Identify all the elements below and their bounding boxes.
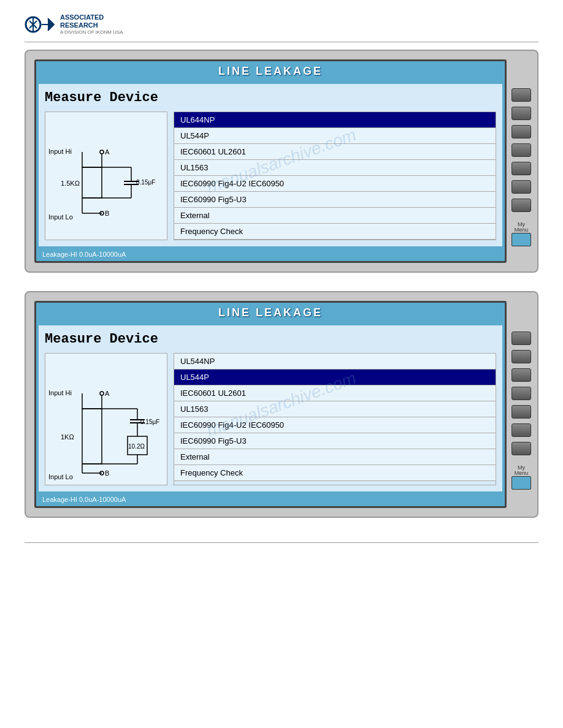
brand-name2: RESEARCH [60, 21, 123, 29]
svg-text:A: A [105, 148, 110, 156]
svg-rect-11 [82, 167, 102, 198]
svg-text:Input Hi: Input Hi [48, 389, 72, 396]
circuit-diagram-1: Input Hi A [45, 112, 167, 240]
menu-item-1-5[interactable]: IEC60990 Fig5-U3 [174, 192, 496, 208]
side-button-2-3[interactable] [511, 368, 531, 382]
measure-device-title-2: Measure Device [45, 332, 496, 347]
screen-content-2: Measure Device Input Hi A [37, 324, 504, 493]
logo-icon [25, 12, 55, 37]
svg-text:0.15μF: 0.15μF [136, 179, 155, 186]
side-button-2-5[interactable] [511, 405, 531, 419]
side-button-1-1[interactable] [511, 88, 531, 102]
svg-text:10.2Ω: 10.2Ω [128, 443, 145, 450]
menu-list-1: UL644NP UL544P IEC60601 UL2601 UL1563 IE… [174, 112, 496, 240]
circuit-svg-2: Input Hi A 0.15μF [45, 354, 168, 482]
svg-text:A: A [105, 390, 110, 397]
svg-text:B: B [105, 210, 109, 217]
menu-item-2-5[interactable]: IEC60990 Fig5-U3 [174, 433, 496, 449]
screen-1: LINE LEAKAGE Measure Device Input Hi A [34, 59, 507, 263]
menu-item-1-2[interactable]: IEC60601 UL2601 [174, 144, 496, 160]
device-panel-1: LINE LEAKAGE Measure Device Input Hi A [25, 50, 538, 273]
menu-item-1-7[interactable]: Frequency Check [174, 224, 496, 240]
menu-item-2-2[interactable]: IEC60601 UL2601 [174, 385, 496, 401]
svg-point-2 [100, 150, 104, 154]
svg-text:Input Lo: Input Lo [48, 213, 73, 221]
svg-rect-37 [82, 409, 102, 464]
screen-2: LINE LEAKAGE Measure Device Input Hi A [34, 301, 507, 508]
side-button-2-7[interactable] [511, 442, 531, 455]
my-menu-blue-btn-2[interactable] [511, 476, 531, 490]
status-bar-1: Leakage-HI 0.0uA-10000uA [37, 249, 504, 260]
svg-text:0.15μF: 0.15μF [140, 419, 159, 425]
screen-body-2: Input Hi A 0.15μF [45, 353, 496, 485]
menu-item-1-3[interactable]: UL1563 [174, 160, 496, 176]
logo-area: ASSOCIATED RESEARCH A DIVISION OF IKONM … [25, 12, 538, 42]
side-button-2-1[interactable] [511, 332, 531, 345]
my-menu-btn-2[interactable]: My Menu [511, 465, 531, 490]
buttons-col-1: My Menu [511, 76, 531, 246]
menu-item-2-3[interactable]: UL1563 [174, 401, 496, 417]
side-button-1-2[interactable] [511, 107, 531, 120]
menu-item-1-6[interactable]: External [174, 208, 496, 224]
side-button-1-4[interactable] [511, 143, 531, 157]
menu-item-2-1[interactable]: UL544P [174, 370, 496, 385]
screen-body-1: Input Hi A [45, 112, 496, 240]
side-button-2-6[interactable] [511, 423, 531, 437]
side-button-1-7[interactable] [511, 199, 531, 212]
svg-text:1KΩ: 1KΩ [61, 433, 74, 441]
menu-item-1-4[interactable]: IEC60990 Fig4-U2 IEC60950 [174, 176, 496, 192]
my-menu-label2b: Menu [515, 471, 529, 476]
screen-title-2: LINE LEAKAGE [36, 303, 505, 323]
menu-item-2-0[interactable]: UL544NP [174, 354, 496, 370]
circuit-diagram-2: Input Hi A 0.15μF [45, 353, 167, 485]
menu-item-2-6[interactable]: External [174, 449, 496, 465]
side-button-1-6[interactable] [511, 180, 531, 194]
screen-title-1: LINE LEAKAGE [36, 61, 505, 82]
svg-text:B: B [105, 469, 109, 477]
menu-item-2-7[interactable]: Frequency Check [174, 465, 496, 481]
svg-point-24 [100, 392, 104, 395]
menu-item-2-4[interactable]: IEC60990 Fig4-U2 IEC60950 [174, 417, 496, 433]
menu-item-1-0[interactable]: UL644NP [174, 112, 496, 128]
brand-sub: A DIVISION OF IKONM USA [60, 29, 123, 36]
circuit-svg-1: Input Hi A [45, 112, 168, 235]
side-button-2-4[interactable] [511, 387, 531, 400]
my-menu-label2: Menu [515, 227, 529, 233]
svg-text:Input Hi: Input Hi [48, 148, 72, 155]
device-panel-2: LINE LEAKAGE Measure Device Input Hi A [25, 291, 538, 518]
menu-list-2: UL544NP UL544P IEC60601 UL2601 UL1563 IE… [174, 353, 496, 485]
status-bar-2: Leakage-HI 0.0uA-10000uA [37, 494, 504, 505]
side-button-1-3[interactable] [511, 125, 531, 138]
measure-device-title-1: Measure Device [45, 90, 496, 105]
screen-content-1: Measure Device Input Hi A [37, 83, 504, 248]
side-button-2-2[interactable] [511, 350, 531, 363]
side-button-1-5[interactable] [511, 162, 531, 175]
brand-name: ASSOCIATED [60, 13, 123, 21]
svg-text:1.5KΩ: 1.5KΩ [61, 180, 80, 187]
bottom-divider [25, 542, 538, 543]
my-menu-blue-btn-1[interactable] [511, 233, 531, 246]
menu-item-1-1[interactable]: UL544P [174, 128, 496, 144]
svg-text:Input Lo: Input Lo [48, 473, 73, 480]
logo-text: ASSOCIATED RESEARCH A DIVISION OF IKONM … [60, 13, 123, 36]
buttons-col-2: My Menu [511, 319, 531, 490]
my-menu-btn-1[interactable]: My Menu [511, 222, 531, 246]
